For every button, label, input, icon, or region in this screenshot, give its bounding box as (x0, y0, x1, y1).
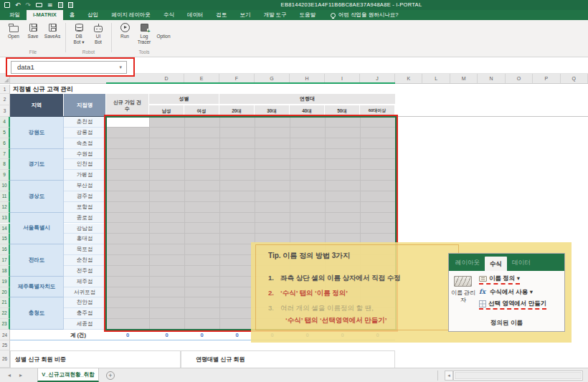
sheet-nav-left-icon[interactable]: ◂ (4, 368, 14, 382)
row-header-22[interactable]: 22 (0, 308, 10, 319)
ribbon-tab-삽입[interactable]: 삽입 (81, 10, 105, 20)
row-header-15[interactable]: 15 (0, 234, 10, 244)
row-header-1[interactable]: 1 (0, 85, 10, 94)
branch-cell-춘천점[interactable]: 춘천점 (64, 117, 106, 128)
row-header-7[interactable]: 7 (0, 149, 10, 160)
branch-cell-순천점[interactable]: 순천점 (64, 255, 106, 266)
header-age[interactable]: 연령대 (219, 94, 395, 105)
branch-cell-경주점[interactable]: 경주점 (64, 191, 106, 202)
db-bot-button[interactable]: DBBot ▾ (70, 22, 87, 44)
sheet-tab-active[interactable]: V_신규고객현황_취합 (37, 368, 99, 382)
branch-cell-부산점[interactable]: 부산점 (64, 181, 106, 191)
column-header-M[interactable]: M (450, 74, 478, 83)
ribbon-tab-개발-도구[interactable]: 개발 도구 (257, 10, 293, 20)
branch-cell-강남점[interactable]: 강남점 (64, 224, 106, 234)
branch-cell-서귀포점[interactable]: 서귀포점 (64, 287, 106, 298)
branch-cell-목포점[interactable]: 목포점 (64, 244, 106, 255)
ribbon-tab-i-matrix[interactable]: i-MATRIX (27, 10, 63, 20)
row-header-18[interactable]: 18 (0, 266, 10, 277)
row-header-26[interactable]: 26 (0, 350, 10, 368)
copy-icon[interactable] (58, 2, 63, 8)
region-cell-서울특별시[interactable]: 서울특별시 (10, 213, 64, 245)
undo-icon[interactable]: ↶ (15, 0, 21, 10)
branch-cell-충주점[interactable]: 충주점 (64, 308, 106, 319)
saveas-button[interactable]: SaveAs (44, 22, 61, 39)
row-header-16[interactable]: 16 (0, 244, 10, 255)
region-cell-전라도[interactable]: 전라도 (10, 244, 64, 277)
ribbon-tab-검토[interactable]: 검토 (209, 10, 233, 20)
row-header-4[interactable]: 4 (0, 117, 10, 128)
branch-cell-가평점[interactable]: 가평점 (64, 170, 106, 181)
row-header-17[interactable]: 17 (0, 255, 10, 266)
branch-cell-홍대점[interactable]: 홍대점 (64, 234, 106, 244)
save-button[interactable]: Save (24, 22, 42, 39)
hscroll-track[interactable] (453, 371, 583, 381)
list-icon[interactable]: ≡ (47, 0, 53, 10)
column-header-P[interactable]: P (533, 74, 560, 83)
branch-cell-수원점[interactable]: 수원점 (64, 149, 106, 160)
row-header-5[interactable]: 5 (0, 128, 10, 138)
gender-chart-area[interactable]: 성별 신규 회원 비중 (10, 350, 181, 368)
region-cell-제주특별자치도[interactable]: 제주특별자치도 (10, 277, 64, 298)
ribbon-tab-도움말[interactable]: 도움말 (293, 10, 322, 20)
tell-me-box[interactable]: 어떤 작업을 원하시나요? (331, 10, 398, 20)
name-box-dropdown-icon[interactable]: ▾ (119, 62, 122, 73)
row-header-23[interactable]: 23 (0, 319, 10, 330)
sheet-title-cell[interactable]: 지점별 신규 고객 관리 (13, 85, 73, 94)
branch-cell-강릉점[interactable]: 강릉점 (64, 128, 106, 138)
header-branch[interactable]: 지점명 (64, 94, 106, 116)
region-cell-경기도[interactable]: 경기도 (10, 149, 64, 181)
header-region[interactable]: 지역 (10, 94, 64, 116)
row-header-25[interactable]: 25 (0, 340, 10, 350)
row-header-24[interactable]: 24 (0, 330, 10, 340)
column-header-K[interactable]: K (395, 74, 422, 83)
row-header-11[interactable]: 11 (0, 191, 10, 202)
branch-cell-세종점[interactable]: 세종점 (64, 319, 106, 330)
sheet-nav-right-icon[interactable]: ▸ (16, 368, 26, 382)
ribbon-tab-데이터[interactable]: 데이터 (181, 10, 210, 20)
branch-cell-속초점[interactable]: 속초점 (64, 138, 106, 149)
branch-cell-포항점[interactable]: 포항점 (64, 202, 106, 213)
row-header-6[interactable]: 6 (0, 138, 10, 149)
branch-cell-인천점[interactable]: 인천점 (64, 159, 106, 170)
row-header-2[interactable]: 2 (0, 94, 10, 105)
row-header-10[interactable]: 10 (0, 181, 10, 191)
camera-icon[interactable] (36, 3, 42, 7)
run-button[interactable]: Run (116, 22, 133, 39)
region-cell-충청도[interactable]: 충청도 (10, 297, 64, 330)
row-header-19[interactable]: 19 (0, 277, 10, 287)
hscroll-thumb[interactable] (455, 372, 582, 379)
row-header-12[interactable]: 12 (0, 202, 10, 213)
name-box[interactable]: data1 ▾ (11, 61, 127, 74)
row-header-21[interactable]: 21 (0, 297, 10, 308)
paste-icon[interactable] (68, 2, 73, 8)
branch-cell-제주점[interactable]: 제주점 (64, 277, 106, 287)
row-header-8[interactable]: 8 (0, 159, 10, 170)
header-new-count[interactable]: 신규 가입 건수 (106, 94, 149, 116)
row-header-13[interactable]: 13 (0, 213, 10, 224)
row-header-14[interactable]: 14 (0, 224, 10, 234)
new-sheet-button[interactable]: + (106, 371, 115, 380)
ribbon-tab-수식[interactable]: 수식 (157, 10, 181, 20)
branch-cell-천안점[interactable]: 천안점 (64, 297, 106, 308)
age-chart-area[interactable]: 연령대별 신규 회원 (181, 350, 395, 368)
column-header-L[interactable]: L (422, 74, 450, 83)
branch-cell-전주점[interactable]: 전주점 (64, 266, 106, 277)
option-button[interactable]: Option (155, 22, 172, 39)
branch-cell-종로점[interactable]: 종로점 (64, 213, 106, 224)
column-header-N[interactable]: N (478, 74, 505, 83)
ui-bot-button[interactable]: UIBot (90, 22, 107, 44)
row-header-20[interactable]: 20 (0, 287, 10, 298)
ribbon-tab-보기[interactable]: 보기 (233, 10, 257, 20)
column-header-Q[interactable]: Q (561, 74, 588, 83)
row-header-3[interactable]: 3 (0, 105, 10, 117)
ribbon-tab-페이지-레이아웃[interactable]: 페이지 레이아웃 (105, 10, 157, 20)
row-header-9[interactable]: 9 (0, 170, 10, 181)
ribbon-tab-홈[interactable]: 홈 (63, 10, 82, 20)
hscroll-left-arrow[interactable]: ◂ (445, 371, 453, 381)
header-gender[interactable]: 성별 (149, 94, 219, 105)
log-tracer-button[interactable]: LogTracer (136, 22, 153, 44)
region-cell-경상도[interactable]: 경상도 (10, 181, 64, 213)
region-cell-강원도[interactable]: 강원도 (10, 117, 64, 149)
column-header-O[interactable]: O (506, 74, 533, 83)
